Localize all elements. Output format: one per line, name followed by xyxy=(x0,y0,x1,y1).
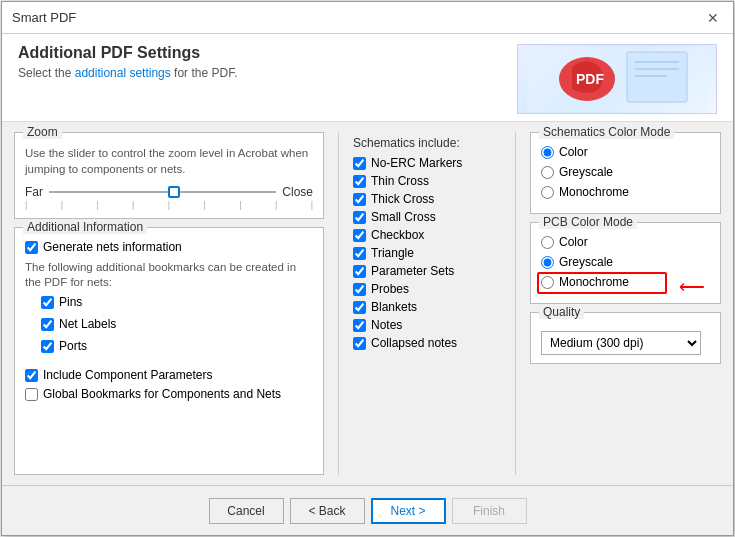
probes-checkbox[interactable] xyxy=(353,283,366,296)
cancel-button[interactable]: Cancel xyxy=(209,498,284,524)
zoom-group: Zoom Use the slider to control the zoom … xyxy=(14,132,324,219)
checkbox-item-checkbox[interactable] xyxy=(353,229,366,242)
include-component-checkbox[interactable] xyxy=(25,369,38,382)
triangle-label: Triangle xyxy=(371,246,414,260)
tick-6: | xyxy=(204,200,206,210)
svg-text:PDF: PDF xyxy=(576,71,604,87)
pcb-color-radio[interactable] xyxy=(541,236,554,249)
collapsed-notes-row: Collapsed notes xyxy=(353,336,501,350)
pcb-monochrome-radio[interactable] xyxy=(541,276,554,289)
sch-color-label: Color xyxy=(559,145,588,159)
slider-line xyxy=(49,191,276,193)
pins-row: Pins xyxy=(41,295,313,309)
tick-1: | xyxy=(25,200,27,210)
pcb-color-row: Color xyxy=(541,235,710,249)
slider-ticks: | | | | | | | | | xyxy=(25,200,313,210)
tick-8: | xyxy=(275,200,277,210)
add-info-title: Additional Information xyxy=(23,220,147,234)
checkbox-item-label: Checkbox xyxy=(371,228,424,242)
ports-label: Ports xyxy=(59,339,87,353)
parameter-sets-label: Parameter Sets xyxy=(371,264,454,278)
notes-label: Notes xyxy=(371,318,402,332)
dialog-title: Smart PDF xyxy=(12,10,76,25)
schematics-include: Schematics include: No-ERC Markers Thin … xyxy=(353,132,501,354)
title-bar: Smart PDF ✕ xyxy=(2,2,733,34)
thin-cross-row: Thin Cross xyxy=(353,174,501,188)
next-button[interactable]: Next > xyxy=(371,498,446,524)
tick-2: | xyxy=(61,200,63,210)
quality-group: Quality Low (150 dpi) Medium (300 dpi) H… xyxy=(530,312,721,364)
notes-checkbox[interactable] xyxy=(353,319,366,332)
probes-label: Probes xyxy=(371,282,409,296)
collapsed-notes-checkbox[interactable] xyxy=(353,337,366,350)
slider-thumb[interactable] xyxy=(168,186,180,198)
col-middle: Schematics include: No-ERC Markers Thin … xyxy=(353,132,501,475)
quality-title: Quality xyxy=(539,305,584,319)
notes-row: Notes xyxy=(353,318,501,332)
far-label: Far xyxy=(25,185,43,199)
pcb-greyscale-radio[interactable] xyxy=(541,256,554,269)
pcb-color-title: PCB Color Mode xyxy=(539,215,637,229)
ports-checkbox[interactable] xyxy=(41,340,54,353)
schematics-color-group: Schematics Color Mode Color Greyscale Mo… xyxy=(530,132,721,214)
main-heading: Additional PDF Settings xyxy=(18,44,237,62)
pcb-monochrome-row: Monochrome ⟵ xyxy=(541,275,710,289)
no-erc-label: No-ERC Markers xyxy=(371,156,462,170)
generate-nets-checkbox[interactable] xyxy=(25,241,38,254)
blankets-row: Blankets xyxy=(353,300,501,314)
finish-button[interactable]: Finish xyxy=(452,498,527,524)
small-cross-label: Small Cross xyxy=(371,210,436,224)
header-left: Additional PDF Settings Select the addit… xyxy=(18,44,237,80)
pcb-greyscale-row: Greyscale xyxy=(541,255,710,269)
thick-cross-row: Thick Cross xyxy=(353,192,501,206)
header-section: Additional PDF Settings Select the addit… xyxy=(2,34,733,122)
tick-7: | xyxy=(239,200,241,210)
header-image: PDF xyxy=(517,44,717,114)
triangle-checkbox[interactable] xyxy=(353,247,366,260)
thin-cross-checkbox[interactable] xyxy=(353,175,366,188)
tick-5: | xyxy=(168,200,170,210)
sch-color-row: Color xyxy=(541,145,710,159)
back-button[interactable]: < Back xyxy=(290,498,365,524)
divider-1 xyxy=(338,132,339,475)
generate-nets-row: Generate nets information xyxy=(25,240,313,254)
additional-settings-link[interactable]: additional settings xyxy=(75,66,171,80)
global-bookmarks-checkbox[interactable] xyxy=(25,388,38,401)
bookmarks-text: The following additional bookmarks can b… xyxy=(25,260,313,290)
zoom-slider-row: Far Close xyxy=(25,185,313,199)
parameter-sets-row: Parameter Sets xyxy=(353,264,501,278)
close-button[interactable]: ✕ xyxy=(703,8,723,28)
quality-select[interactable]: Low (150 dpi) Medium (300 dpi) High (600… xyxy=(541,331,701,355)
blankets-checkbox[interactable] xyxy=(353,301,366,314)
sch-greyscale-row: Greyscale xyxy=(541,165,710,179)
schematics-color-title: Schematics Color Mode xyxy=(539,125,674,139)
quality-dropdown: Low (150 dpi) Medium (300 dpi) High (600… xyxy=(541,331,710,355)
net-labels-checkbox[interactable] xyxy=(41,318,54,331)
divider-2 xyxy=(515,132,516,475)
thick-cross-checkbox[interactable] xyxy=(353,193,366,206)
generate-nets-label: Generate nets information xyxy=(43,240,182,254)
header-graphic: PDF xyxy=(527,47,707,112)
sch-greyscale-radio[interactable] xyxy=(541,166,554,179)
pcb-greyscale-label: Greyscale xyxy=(559,255,613,269)
no-erc-checkbox[interactable] xyxy=(353,157,366,170)
additional-info-group: Additional Information Generate nets inf… xyxy=(14,227,324,475)
svg-rect-1 xyxy=(627,52,687,102)
sch-monochrome-radio[interactable] xyxy=(541,186,554,199)
pins-label: Pins xyxy=(59,295,82,309)
net-labels-label: Net Labels xyxy=(59,317,116,331)
sub-checkboxes: Pins Net Labels Ports xyxy=(41,295,313,358)
zoom-group-title: Zoom xyxy=(23,125,62,139)
pins-checkbox[interactable] xyxy=(41,296,54,309)
parameter-sets-checkbox[interactable] xyxy=(353,265,366,278)
red-arrow: ⟵ xyxy=(679,276,705,298)
ports-row: Ports xyxy=(41,339,313,353)
checkbox-row-item: Checkbox xyxy=(353,228,501,242)
tick-3: | xyxy=(96,200,98,210)
content-area: Zoom Use the slider to control the zoom … xyxy=(2,122,733,485)
small-cross-row: Small Cross xyxy=(353,210,501,224)
thin-cross-label: Thin Cross xyxy=(371,174,429,188)
small-cross-checkbox[interactable] xyxy=(353,211,366,224)
global-bookmarks-row: Global Bookmarks for Components and Nets xyxy=(25,387,313,401)
sch-color-radio[interactable] xyxy=(541,146,554,159)
